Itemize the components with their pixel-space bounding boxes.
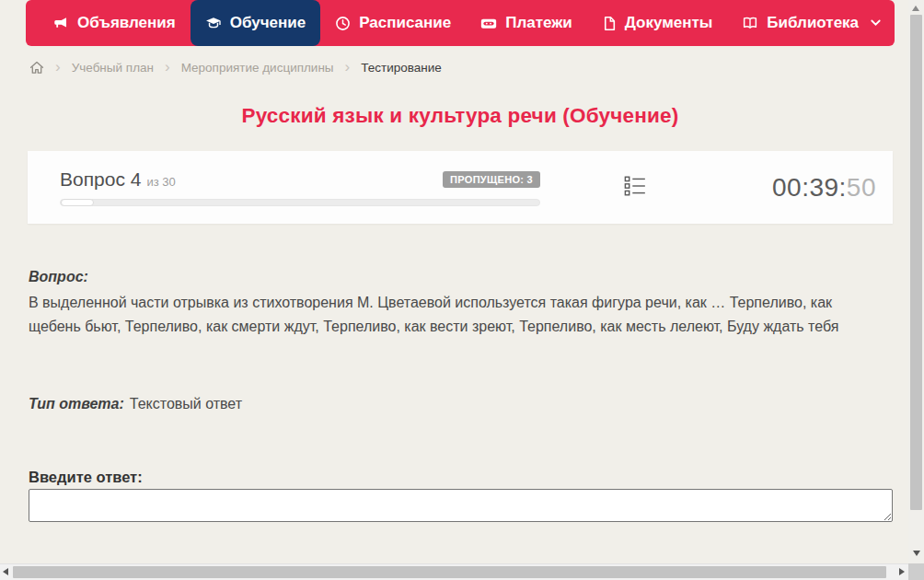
nav-item-learning[interactable]: Обучение [191,0,320,46]
quiz-timer: 00:39:50 [772,173,876,203]
quiz-progress-block: Вопрос 4из 30 ПРОПУЩЕНО: 3 [60,168,540,206]
card-icon [480,16,497,31]
timer-hours-minutes: 00:39: [772,173,847,202]
breadcrumb: › Учебный план › Мероприятие дисциплины … [29,56,442,78]
question-number: Вопрос 4 [60,168,141,190]
scrollbar-corner [908,563,924,580]
nav-item-documents[interactable]: Документы [587,0,728,46]
graduation-cap-icon [205,16,222,31]
progress-fill [61,199,94,206]
question-prompt-label: Вопрос: [29,269,88,285]
question-list-button[interactable] [623,174,647,202]
timer-seconds: 50 [847,173,876,202]
breadcrumb-testing: Тестирование [361,61,442,75]
top-navbar: Объявления Обучение Расписание Платежи Д… [26,0,895,46]
nav-item-label: Библиотека [767,14,859,32]
skipped-badge: ПРОПУЩЕНО: 3 [443,171,540,188]
nav-item-payments[interactable]: Платежи [466,0,587,46]
scroll-down-arrow-icon[interactable] [913,551,920,556]
answer-type-label: Тип ответа: [29,396,124,412]
book-icon [742,16,758,31]
document-icon [602,16,617,31]
scroll-up-arrow-icon[interactable] [912,6,919,11]
breadcrumb-separator: › [165,59,170,75]
nav-item-library[interactable]: Библиотека [727,0,895,46]
clock-icon [335,16,351,31]
nav-item-label: Обучение [230,14,306,32]
question-text: В выделенной части отрывка из стихотворе… [29,291,868,339]
megaphone-icon [53,16,69,31]
home-icon[interactable] [29,61,44,75]
nav-item-label: Документы [625,14,713,32]
nav-item-schedule[interactable]: Расписание [320,0,466,46]
quiz-progress-bar [60,199,540,206]
answer-input-label: Введите ответ: [29,469,143,486]
vertical-scrollbar-thumb[interactable] [910,15,922,510]
horizontal-scrollbar [0,563,908,580]
scroll-right-arrow-icon[interactable] [899,568,905,575]
answer-type-value: Текстовый ответ [130,396,242,412]
quiz-header-panel: Вопрос 4из 30 ПРОПУЩЕНО: 3 00:39:50 [28,151,893,224]
question-list-icon [623,174,647,202]
answer-input[interactable] [29,489,893,522]
nav-item-label: Расписание [359,14,451,32]
scroll-left-arrow-icon[interactable] [3,568,8,575]
vertical-scrollbar [908,0,924,563]
page: Объявления Обучение Расписание Платежи Д… [0,0,924,580]
breadcrumb-separator: › [345,59,351,75]
page-title: Русский язык и культура речи (Обучение) [0,104,920,128]
nav-item-label: Объявления [77,14,176,32]
nav-item-label: Платежи [505,14,572,32]
breadcrumb-discipline-event[interactable]: Мероприятие дисциплины [181,61,334,75]
breadcrumb-separator: › [55,59,61,75]
breadcrumb-study-plan[interactable]: Учебный план [72,61,154,75]
chevron-down-icon [871,19,881,27]
answer-type-row: Тип ответа:Текстовый ответ [29,396,242,412]
question-total: из 30 [146,175,175,189]
horizontal-scrollbar-thumb[interactable] [13,566,886,578]
nav-item-announcements[interactable]: Объявления [39,0,191,46]
question-counter: Вопрос 4из 30 [60,168,176,191]
